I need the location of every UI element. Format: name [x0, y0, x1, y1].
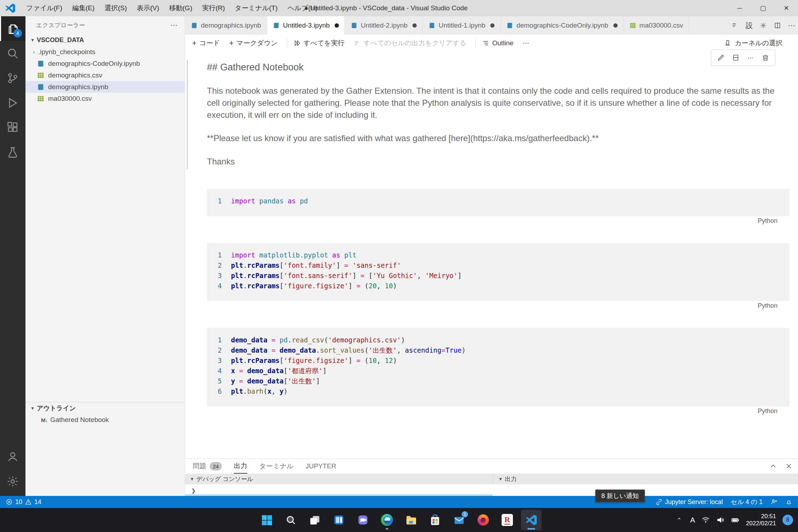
- search-taskbar-icon[interactable]: [281, 510, 301, 530]
- speaker-icon[interactable]: [716, 516, 725, 524]
- hidden-icons-chevron[interactable]: ⌃: [677, 517, 681, 524]
- vscode-taskbar-icon[interactable]: [521, 510, 542, 530]
- outline-section-header[interactable]: ▾ アウトライン: [25, 402, 185, 414]
- file-tree-item[interactable]: demographics-CodeOnly.ipynb: [25, 58, 185, 69]
- run-all-label: すべてを実行: [303, 39, 345, 48]
- sidebar-more-actions-icon[interactable]: ⋯: [170, 21, 178, 29]
- minimize-button[interactable]: ─: [728, 0, 751, 16]
- dirty-indicator-icon[interactable]: [335, 23, 339, 28]
- settings-gear-icon[interactable]: [0, 469, 25, 494]
- taskbar-clock[interactable]: 20:51 2022/02/21: [746, 513, 776, 527]
- menu-item[interactable]: 編集(E): [67, 0, 99, 16]
- file-tree-item[interactable]: demographics.ipynb: [25, 81, 185, 93]
- delete-cell-icon[interactable]: [758, 51, 773, 64]
- root-folder-row[interactable]: ▾ VSCODE_DATA: [25, 34, 185, 46]
- menu-item[interactable]: ターミナル(T): [230, 0, 283, 16]
- outline-button[interactable]: Outline: [482, 39, 513, 47]
- edge-icon[interactable]: [377, 510, 397, 530]
- problems-status[interactable]: 10 14: [6, 498, 41, 506]
- editor-tab[interactable]: demographics.ipynb: [185, 16, 267, 35]
- feedback-icon[interactable]: [770, 498, 777, 505]
- dirty-indicator-icon[interactable]: [613, 23, 618, 28]
- menu-item[interactable]: 選択(S): [99, 0, 132, 16]
- dirty-indicator-icon[interactable]: [412, 23, 417, 28]
- cell-language-label[interactable]: Python: [207, 301, 790, 310]
- widgets-icon[interactable]: [329, 510, 349, 530]
- open-editors-icon[interactable]: [732, 22, 739, 29]
- add-code-cell-button[interactable]: + コード: [192, 39, 220, 48]
- split-cell-icon[interactable]: [728, 51, 743, 64]
- debug-console-header[interactable]: ▾ デバッグ コンソール: [185, 474, 493, 484]
- code-cell[interactable]: 1import pandas as pd: [207, 189, 790, 216]
- run-all-button[interactable]: すべてを実行: [294, 39, 345, 48]
- close-button[interactable]: ✕: [775, 0, 798, 16]
- cell-indicator[interactable]: セル 4 の 1: [731, 498, 763, 506]
- account-icon[interactable]: [0, 444, 25, 469]
- code-cell[interactable]: 1import matplotlib.pyplot as plt2plt.rcP…: [207, 243, 790, 301]
- kernel-picker-button[interactable]: カーネルの選択: [724, 39, 782, 48]
- editor-tab[interactable]: Untitled-3.ipynb: [267, 16, 345, 35]
- cell-language-label[interactable]: Python: [207, 406, 790, 415]
- file-tree-item[interactable]: demographics.csv: [25, 69, 185, 81]
- dirty-indicator-icon[interactable]: [490, 23, 495, 28]
- panel-tab[interactable]: JUPYTER: [306, 459, 336, 474]
- task-view-icon[interactable]: [305, 510, 325, 530]
- markdown-cell[interactable]: ## Gathered NotebookThis notebook was ge…: [207, 62, 790, 168]
- editor-tab[interactable]: Untitled-1.ipynb: [423, 16, 501, 35]
- wifi-icon[interactable]: [701, 516, 710, 524]
- file-tree-item[interactable]: ›.ipynb_checkpoints: [25, 46, 185, 58]
- teams-chat-icon[interactable]: [353, 510, 373, 530]
- panel-tab[interactable]: ターミナル: [259, 459, 294, 474]
- kanji-action-icon[interactable]: 設: [746, 21, 753, 30]
- outline-item[interactable]: M↓ Gathered Notebook: [25, 414, 185, 426]
- ime-indicator[interactable]: A: [690, 516, 695, 524]
- output-pane-header[interactable]: ▾ 出力: [493, 474, 798, 484]
- error-count: 10: [15, 498, 22, 506]
- notebook-file-icon: [351, 22, 358, 29]
- source-control-icon[interactable]: [0, 66, 25, 91]
- cell-more-actions-icon[interactable]: ⋯: [743, 51, 758, 64]
- start-button[interactable]: [256, 510, 277, 530]
- orange-app-icon[interactable]: [473, 510, 493, 530]
- maximize-button[interactable]: ▢: [751, 0, 775, 16]
- debug-console-prompt[interactable]: ❯: [185, 484, 493, 495]
- mail-icon[interactable]: 1: [449, 510, 469, 530]
- edit-cell-icon[interactable]: [713, 51, 728, 64]
- file-explorer-icon[interactable]: [401, 510, 421, 530]
- search-icon[interactable]: [0, 41, 25, 66]
- bell-icon[interactable]: [785, 498, 792, 505]
- code-cell[interactable]: 1demo_data = pd.read_csv('demographics.c…: [207, 328, 790, 406]
- code-text: import pandas as pd: [231, 196, 308, 206]
- notification-count-badge[interactable]: 8: [782, 515, 793, 525]
- menu-item[interactable]: 移動(G): [164, 0, 197, 16]
- microsoft-store-icon[interactable]: [425, 510, 445, 530]
- panel-maximize-icon[interactable]: [770, 463, 777, 470]
- toolbar-more-icon[interactable]: ⋯: [523, 39, 530, 47]
- panel-close-icon[interactable]: [785, 463, 792, 470]
- editor-tab[interactable]: ma030000.csv: [624, 16, 689, 35]
- more-actions-icon[interactable]: ⋯: [788, 21, 795, 30]
- jupyter-server-status[interactable]: Jupyter Server: local: [655, 498, 723, 506]
- plus-icon: +: [229, 39, 234, 48]
- menu-item[interactable]: 表示(V): [132, 0, 164, 16]
- menu-item[interactable]: ファイル(F): [21, 0, 67, 16]
- menu-item[interactable]: 実行(R): [197, 0, 230, 16]
- bottom-panel: 問題24出力ターミナルJUPYTER ▾ デバッグ コンソール ❯ ▾ 出力: [185, 458, 798, 496]
- run-debug-icon[interactable]: [0, 91, 25, 115]
- split-editor-icon[interactable]: [774, 22, 781, 29]
- testing-icon[interactable]: [0, 140, 25, 165]
- notification-toast[interactable]: 8 新しい通知: [595, 490, 645, 502]
- extensions-icon[interactable]: [0, 115, 25, 140]
- add-markdown-cell-button[interactable]: + マークダウン: [229, 39, 278, 48]
- explorer-icon[interactable]: 4: [0, 16, 25, 41]
- panel-tab-bar: 問題24出力ターミナルJUPYTER: [185, 459, 798, 474]
- editor-tab[interactable]: demographics-CodeOnly.ipynb: [501, 16, 623, 35]
- panel-tab[interactable]: 問題24: [193, 459, 222, 474]
- r-app-icon[interactable]: R: [497, 510, 517, 530]
- cell-language-label[interactable]: Python: [207, 216, 790, 225]
- configure-gear-icon[interactable]: [760, 22, 767, 29]
- file-tree-item[interactable]: ma030000.csv: [25, 93, 185, 104]
- panel-tab[interactable]: 出力: [234, 459, 247, 474]
- battery-icon[interactable]: [731, 516, 740, 524]
- editor-tab[interactable]: Untitled-2.ipynb: [345, 16, 423, 35]
